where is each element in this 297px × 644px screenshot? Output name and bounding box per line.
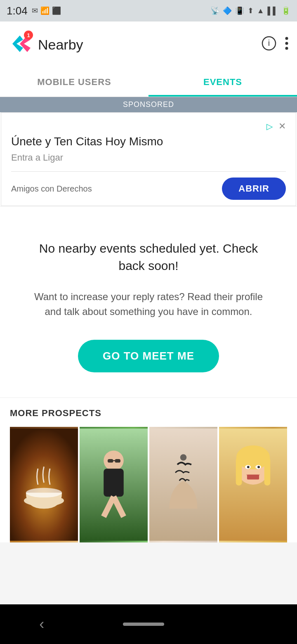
data-icon: ⬆ [248,6,254,15]
app-bar-actions: i [262,36,289,54]
prospect-card-2[interactable] [80,427,148,542]
ad-headline: Únete y Ten Citas Hoy Mismo [11,135,286,148]
ad-top-row: ▷ ✕ [11,121,286,132]
tabs-container: MOBILE USERS EVENTS [0,68,297,97]
tab-events-label: EVENTS [203,77,242,87]
svg-point-10 [26,488,62,497]
screenshot-icon: ⬛ [52,6,61,15]
svg-point-6 [285,47,288,50]
svg-rect-17 [115,459,120,463]
ad-subtext: Entra a Ligar [11,152,286,163]
ad-close-icon[interactable]: ✕ [278,121,286,132]
prospect-card-4[interactable] [219,427,287,542]
status-bar-right: 📡 🔷 📳 ⬆ ▲ ▌▌ 🔋 [210,6,290,15]
ad-content[interactable]: ▷ ✕ Únete y Ten Citas Hoy Mismo Entra a … [1,112,296,206]
status-icons-left: ✉ 📶 ⬛ [32,6,61,15]
status-bar: 1:04 ✉ 📶 ⬛ 📡 🔷 📳 ⬆ ▲ ▌▌ 🔋 [0,0,297,21]
cast-icon: 📡 [210,6,219,15]
notification-badge: 1 [24,31,33,40]
prospect-image-2 [80,427,148,542]
empty-state: No nearby events scheduled yet. Check ba… [0,207,297,397]
more-options-button[interactable] [285,36,289,54]
ad-cta-button[interactable]: ABRIR [222,178,286,200]
svg-point-20 [180,454,187,461]
nav-bar: ‹ [0,604,297,644]
svg-rect-26 [247,475,259,480]
ad-play-icon: ▷ [266,121,273,131]
svg-rect-16 [108,459,113,463]
mail-icon: ✉ [32,6,38,15]
bluetooth-icon: 🔷 [223,6,232,15]
status-bar-left: 1:04 ✉ 📶 ⬛ [7,5,61,17]
home-indicator[interactable] [123,623,164,626]
prospect-image-1 [10,427,78,542]
ad-container: SPONSORED ▷ ✕ Únete y Ten Citas Hoy Mism… [0,97,297,206]
status-time: 1:04 [7,5,28,17]
svg-rect-24 [236,457,242,485]
tab-mobile-users[interactable]: MOBILE USERS [0,68,148,97]
ad-brand: Amigos con Derechos [11,184,92,194]
svg-point-29 [247,466,250,468]
ad-action-icons: ▷ ✕ [266,121,286,132]
svg-text:i: i [268,38,270,47]
back-button[interactable]: ‹ [39,616,44,633]
go-to-meet-me-button[interactable]: GO TO MEET ME [78,340,219,372]
more-prospects-title: MORE PROSPECTS [10,408,287,419]
prospect-image-4 [219,427,287,542]
prospects-grid [10,427,287,542]
nav-spacer [0,542,297,582]
svg-point-30 [257,466,260,468]
svg-rect-8 [10,429,78,541]
wifi-icon: ▲ [257,7,264,15]
prospect-card-3[interactable] [149,427,217,542]
empty-title: No nearby events scheduled yet. Check ba… [25,240,272,275]
svg-rect-13 [104,469,124,497]
tab-events[interactable]: EVENTS [148,68,297,97]
app-title: Nearby [38,37,262,53]
vibrate-icon: 📳 [235,6,244,15]
svg-point-5 [285,42,288,45]
sponsored-label: SPONSORED [123,100,174,109]
prospect-image-3 [149,427,217,542]
info-button[interactable]: i [262,36,276,54]
app-logo: 1 [8,32,31,57]
signal-icon: 📶 [40,6,50,15]
tab-mobile-users-label: MOBILE USERS [37,77,111,87]
ad-bottom-row: Amigos con Derechos ABRIR [11,171,286,206]
ad-sponsored-bar: SPONSORED [0,97,297,112]
more-prospects-section: MORE PROSPECTS [0,398,297,542]
empty-subtitle: Want to increase your reply rates? Read … [25,289,272,319]
svg-point-4 [285,37,288,40]
signal-bars-icon: ▌▌ [267,7,278,15]
svg-rect-25 [264,457,271,485]
app-bar: 1 Nearby i [0,21,297,68]
battery-icon: 🔋 [281,6,290,15]
prospect-card-1[interactable] [10,427,78,542]
